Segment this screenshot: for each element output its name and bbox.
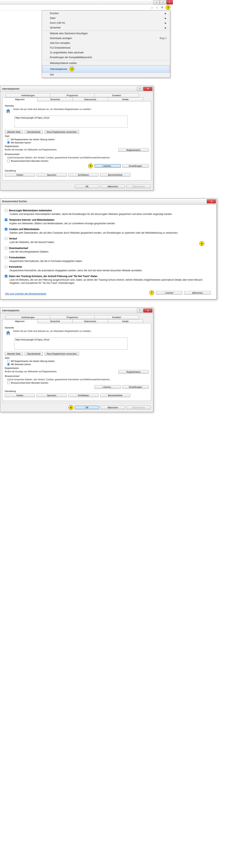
menu-item-addons[interactable]: Add-Ons verwalten [42,41,170,45]
step-marker-6: 6 [199,241,204,246]
menu-item-add-start[interactable]: Website dem Startmenü hinzufügen [42,31,170,36]
history-option-desc: Liste der heruntergeladenen Dateien. [9,250,212,253]
btn-colors[interactable]: Farben [5,173,35,177]
tab-general[interactable]: Allgemein [2,97,38,101]
btn-current-page[interactable]: Aktuelle Seite [5,130,23,134]
btn-history-settings[interactable]: Einstellungen [122,164,149,168]
dialog-titlebar: Browserverlauf löschen ✕ [0,198,217,205]
history-checkbox[interactable] [5,266,7,268]
btn-tabs-settings[interactable]: Registerkarten [118,148,149,152]
btn-apply[interactable]: Übernehmen [126,185,151,188]
group-startpage: Startseite [5,327,149,329]
btn-cancel[interactable]: Abbrechen [101,406,125,409]
dialog-help-button[interactable]: ? [137,87,143,91]
history-option: Bevorzugte Websitedaten beibehaltenCooki… [5,209,212,216]
tab-advanced[interactable]: Erweitert [94,315,139,319]
menu-item-file[interactable]: Datei▶ [42,16,170,21]
btn-languages[interactable]: Sprachen [37,394,67,397]
check-label: Browserverlauf beim Beenden löschen [11,160,48,162]
tab-privacy[interactable]: Datenschutz [73,319,108,323]
menu-item-report[interactable]: Websiteprobleme melden [42,61,170,65]
btn-history-settings[interactable]: Einstellungen [122,385,149,389]
btn-apply[interactable]: Übernehmen [126,406,151,409]
home-icon[interactable]: ⌂ [150,6,154,9]
radio-homepage[interactable] [7,363,10,366]
btn-ok[interactable]: OK [75,406,99,409]
menu-item-pinned[interactable]: Zu angehefteten Sites wechseln [42,50,170,55]
history-checkbox[interactable] [5,228,7,230]
history-checkbox[interactable] [5,218,7,221]
menu-item-compat[interactable]: Einstellungen der Kompatibilitätsansicht [42,55,170,60]
btn-fonts[interactable]: Schriftarten [68,173,99,177]
history-checkbox[interactable] [5,209,7,212]
btn-use-new-tab[interactable]: Neue Registerkarte verwenden [44,130,79,134]
btn-languages[interactable]: Sprachen [37,173,67,177]
btn-colors[interactable]: Farben [5,394,35,397]
btn-delete-cancel[interactable]: Abbrechen [184,291,210,294]
btn-delete-history[interactable]: Löschen... [94,385,121,389]
browser-toolbar: ⌂ ☆ ✲ 3 [0,5,173,10]
tab-programs[interactable]: Programme [50,93,94,97]
chk-delete-on-exit[interactable] [7,160,10,162]
btn-fonts[interactable]: Schriftarten [68,394,99,397]
btn-ok[interactable]: OK [75,185,99,188]
dialog-help-button[interactable]: ? [137,309,143,312]
tab-privacy[interactable]: Datenschutz [73,97,108,101]
radio-last-session[interactable] [7,360,10,363]
history-hint: Löscht temporäre Dateien, den Verlauf, C… [7,378,149,381]
gear-icon[interactable]: ✲ [160,6,164,9]
window-maximize-button[interactable]: ☐ [160,0,166,4]
history-checkbox[interactable] [5,256,7,259]
btn-current-page[interactable]: Aktuelle Seite [5,352,23,355]
tab-content[interactable]: Inhalte [108,319,143,323]
history-option: DownloadverlaufListe der heruntergeladen… [5,247,212,253]
dialog-close-button[interactable]: ✕ [143,87,152,91]
dialog-title: Internetoptionen [2,87,20,90]
tab-connections[interactable]: Verbindungen [6,315,50,319]
radio-homepage[interactable] [7,141,10,144]
tab-programs[interactable]: Programme [50,315,94,319]
startpage-url-input[interactable] [14,338,127,349]
tab-advanced[interactable]: Erweitert [94,93,139,97]
history-checkbox[interactable] [5,237,7,240]
history-option: Cookies und WebsitedatenDateien oder Dat… [5,228,212,235]
favorites-icon[interactable]: ☆ [155,6,159,9]
menu-item-downloads[interactable]: Downloads anzeigenStrg+J [42,36,170,41]
btn-cancel[interactable]: Abbrechen [101,185,125,188]
dialog-close-button[interactable]: ✕ [207,199,216,204]
btn-delete-confirm[interactable]: Löschen [156,291,182,294]
link-about-delete-history[interactable]: Info zum Löschen des Browserverlaufs [5,292,46,295]
btn-use-new-tab[interactable]: Neue Registerkarte verwenden [44,352,79,355]
tab-general[interactable]: Allgemein [2,319,38,323]
menu-item-info[interactable]: Info [42,72,170,77]
tab-connections[interactable]: Verbindungen [6,93,50,97]
btn-tabs-settings[interactable]: Registerkarten [118,370,149,374]
history-checkbox[interactable] [5,275,7,277]
history-option: Temporäre Internet- und WebsitedateienKo… [5,218,212,225]
menu-item-internet-options[interactable]: Internetoptionen 4 [42,65,170,72]
window-close-button[interactable]: ✕ [166,0,173,4]
history-option-title: Temporäre Internet- und Websitedateien [9,218,54,221]
group-startpage: Startseite [5,104,149,107]
btn-default-page[interactable]: Standardseite [25,130,43,134]
menu-item-security[interactable]: Sicherheit▶ [42,25,170,30]
chk-delete-on-exit[interactable] [7,381,10,384]
tools-menu: Drucken▶ Datei▶ Zoom (100 %)▶ Sicherheit… [42,10,170,78]
tab-security[interactable]: Sicherheit [37,97,73,101]
btn-accessibility[interactable]: Barrierefreiheit [100,394,130,397]
radio-last-session[interactable] [7,138,10,141]
btn-accessibility[interactable]: Barrierefreiheit [100,173,130,177]
startpage-url-input[interactable] [14,116,127,128]
tab-content[interactable]: Inhalte [108,97,143,101]
dialog-close-button[interactable]: ✕ [143,309,152,312]
history-option: Daten des Tracking-Schutzes, der ActiveX… [5,275,212,285]
btn-delete-history[interactable]: Löschen... [94,164,121,168]
btn-default-page[interactable]: Standardseite [25,352,43,355]
menu-item-print[interactable]: Drucken▶ [42,11,170,16]
menu-item-zoom[interactable]: Zoom (100 %)▶ [42,21,170,25]
group-history: Browserverlauf [5,153,149,155]
tab-security[interactable]: Sicherheit [37,319,73,323]
menu-item-f12[interactable]: F12 Entwicklertools [42,45,170,50]
window-minimize-button[interactable]: ━ [153,0,160,4]
history-checkbox[interactable] [5,247,7,249]
